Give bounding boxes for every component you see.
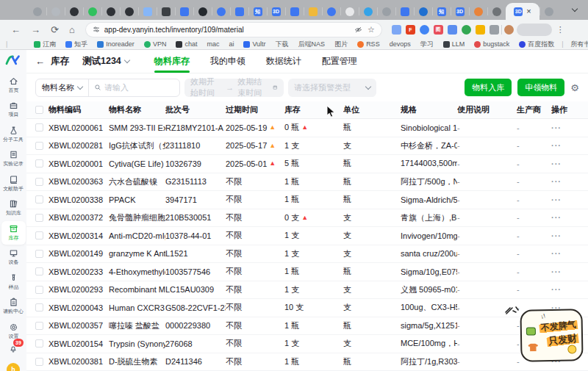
tab-search-chevron-icon[interactable] [568,4,581,16]
row-checkbox[interactable] [35,303,43,311]
bookmark-item[interactable]: LLM [443,40,465,48]
browser-tab[interactable]: 知 [432,3,451,20]
browser-tab[interactable] [539,3,558,20]
extension-icon[interactable]: 图 [434,25,443,35]
browser-tab[interactable] [193,3,212,20]
browser-tab[interactable] [101,3,120,20]
column-header[interactable]: 生产商 [517,104,551,115]
browser-tab[interactable]: 3D [451,3,469,20]
claim-material-button[interactable]: 申领物料 [517,79,564,96]
browser-tab[interactable] [414,3,432,20]
date-range-picker[interactable]: 效期开始时间 → 效期结束时间 [184,79,284,97]
row-checkbox[interactable] [35,339,43,347]
bookmark-item[interactable]: 图片 [334,40,348,49]
browser-tab[interactable] [212,3,230,20]
row-actions-button[interactable]: ··· [551,159,562,168]
all-bookmarks-button[interactable]: 所有书签 [571,40,588,49]
row-checkbox[interactable] [35,231,43,239]
tab-配置管理[interactable]: 配置管理 [322,50,357,73]
row-checkbox[interactable] [35,214,43,222]
tab-我的申领[interactable]: 我的申领 [210,50,245,73]
row-actions-button[interactable]: ··· [551,123,562,132]
column-header[interactable]: 规格 [401,104,457,115]
home-icon[interactable]: ⌂ [69,25,75,35]
row-checkbox[interactable] [35,267,43,275]
column-header[interactable]: 单位 [343,104,401,115]
bookmark-item[interactable]: chat [176,40,197,48]
workspace-select[interactable]: 测试1234 [82,55,129,68]
warning-type-select[interactable]: 请选择预警类型 [288,79,376,97]
browser-tab-active[interactable]: 3D × [506,3,539,20]
eye-off-icon[interactable] [354,26,362,34]
row-actions-button[interactable]: ··· [551,177,562,186]
site-settings-icon[interactable] [93,26,100,33]
browser-tab[interactable]: 3D [267,3,285,20]
table-row[interactable]: XBWL0200281IgG抗体试剂（免疫...231118102025-05-… [26,137,588,156]
bookmark-item[interactable]: mac [207,40,219,48]
bookmark-item[interactable]: 后端 [298,40,312,49]
browser-tab[interactable] [285,3,304,20]
extension-icon[interactable] [490,25,499,35]
browser-tab[interactable] [83,3,101,20]
search-field-select[interactable]: 物料名称 [36,79,89,96]
browser-tab[interactable] [487,3,506,20]
column-header[interactable]: 使用说明 [457,104,517,115]
browser-tab[interactable] [120,3,138,20]
browser-tab[interactable] [359,3,377,20]
browser-tab[interactable] [65,3,83,20]
bookmark-star-icon[interactable]: ☆ [368,25,375,35]
row-actions-button[interactable]: ··· [551,141,562,150]
browser-tab[interactable] [469,3,487,20]
address-bar[interactable]: app-dev.yanyin.tech/inventory/109/materi… [86,23,381,37]
row-checkbox[interactable] [35,195,43,203]
row-checkbox[interactable] [35,123,43,132]
browser-tab[interactable] [230,3,248,20]
search-input[interactable]: 请输入 [89,82,179,93]
table-row[interactable]: XBWL0200061SMM 293-TII Expr...RZ18MY2101… [26,119,588,137]
bookmark-item[interactable]: 江南 [34,40,56,49]
column-header[interactable]: 操作 [551,104,581,115]
tab-close-icon[interactable]: × [526,7,531,15]
reload-icon[interactable]: ⟳ [51,25,59,35]
sidebar-item-molecule[interactable]: 分子工具 [1,123,26,146]
table-row[interactable]: XBWL0200001Cytiva(GE Life) Fic...1032673… [26,155,588,173]
extension-icon[interactable] [476,25,485,35]
profile-pill[interactable] [517,24,552,36]
browser-tab[interactable] [322,3,340,20]
row-checkbox[interactable] [35,322,43,330]
browser-menu-icon[interactable]: ⋮ [556,25,564,35]
table-row[interactable]: XBWL0200372兔骨髓肿瘤细胞210B530051不限0 支▲支青旗（上海… [26,209,588,228]
browser-tab[interactable] [28,3,46,20]
extension-avatar-icon[interactable] [504,25,514,35]
extension-icon[interactable] [420,25,429,35]
extension-icon[interactable] [448,25,457,35]
row-checkbox[interactable] [35,358,43,366]
table-row[interactable]: XBWL0200338PPACK3947171不限1 瓶瓶Sigma-Aldri… [26,191,588,209]
browser-tab[interactable] [377,3,395,20]
browser-tab[interactable] [340,3,359,20]
sidebar-item-inventory[interactable]: 库存 [1,221,26,245]
table-row[interactable]: XBWL0200381D-脱硫生物素D2411346不限1 瓶瓶阿拉丁/1g,R… [26,353,588,371]
browser-tab[interactable]: 知 [248,3,267,20]
sidebar-item-project[interactable]: 项目 [1,98,26,122]
bookmark-item[interactable]: Vultr [243,40,265,48]
row-checkbox[interactable] [35,178,43,186]
sidebar-item-knowledge[interactable]: 知识库 [1,197,26,220]
bookmark-item[interactable]: bugstack [474,40,509,48]
browser-tab[interactable] [304,3,322,20]
bookmark-item[interactable]: VPN [144,40,167,48]
bookmark-item[interactable]: 下载 [276,40,289,49]
row-actions-button[interactable]: ··· [551,231,562,240]
table-row[interactable]: XBWL0200314Anti-mCD20-mIgG...10378-44-01… [26,227,588,245]
row-actions-button[interactable]: ··· [551,213,562,222]
column-header[interactable]: 批次号 [165,104,226,115]
row-checkbox[interactable] [35,250,43,258]
table-row[interactable]: XBWL0200154Trypsin (Synonym...276068不限1 … [26,335,588,353]
sidebar-item-book[interactable]: 文献助手 [1,172,26,195]
sidebar-item-home[interactable]: 首页 [1,73,26,97]
back-arrow-icon[interactable]: ← [35,56,45,67]
bookmark-item[interactable]: 学习 [420,40,434,49]
bookmark-item[interactable]: NAS [312,40,326,48]
tab-数据统计[interactable]: 数据统计 [266,50,301,73]
browser-tab[interactable] [395,3,414,20]
